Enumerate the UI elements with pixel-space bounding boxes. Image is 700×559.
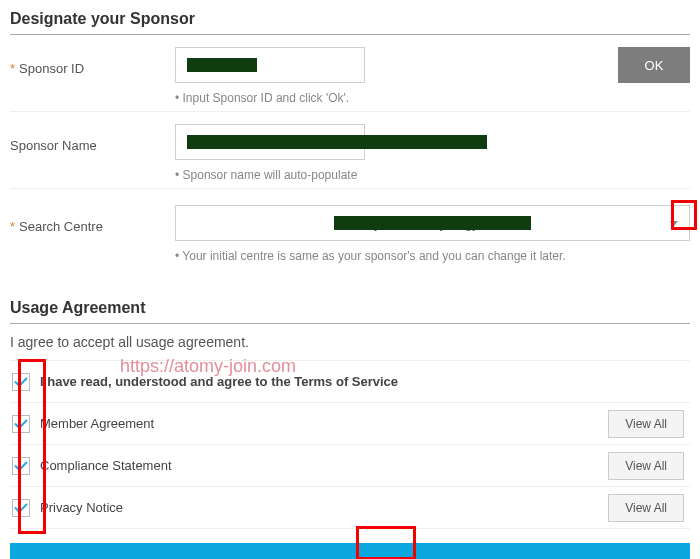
label-sponsor-name: Sponsor Name <box>10 124 175 153</box>
hint-search-centre: • Your initial centre is same as your sp… <box>175 249 690 263</box>
agreement-item-terms: I have read, understood and agree to the… <box>10 361 690 403</box>
check-icon <box>14 415 27 428</box>
agreement-item-compliance: Compliance Statement View All <box>10 445 690 487</box>
agreement-label: Compliance Statement <box>40 458 598 473</box>
view-all-button[interactable]: View All <box>608 452 684 480</box>
view-all-button[interactable]: View All <box>608 494 684 522</box>
agreement-item-member: Member Agreement View All <box>10 403 690 445</box>
usage-agreement-intro: I agree to accept all usage agreement. <box>10 334 690 350</box>
agreement-label: Privacy Notice <box>40 500 598 515</box>
ok-button[interactable]: OK <box>618 47 690 83</box>
join-us-button[interactable]: Join Us <box>10 543 690 559</box>
section-designate-sponsor-title: Designate your Sponsor <box>10 10 690 35</box>
redaction-block <box>187 135 487 149</box>
section-usage-agreement-title: Usage Agreement <box>10 299 690 324</box>
agreement-list: I have read, understood and agree to the… <box>10 360 690 529</box>
label-search-centre: *Search Centre <box>10 205 175 234</box>
required-marker: * <box>10 61 15 76</box>
agreement-label: Member Agreement <box>40 416 598 431</box>
checkbox-member[interactable] <box>12 415 30 433</box>
join-us-label: Join Us <box>325 556 375 560</box>
label-sponsor-id: *Sponsor ID <box>10 47 175 76</box>
redaction-block <box>187 58 257 72</box>
checkbox-compliance[interactable] <box>12 457 30 475</box>
view-all-button[interactable]: View All <box>608 410 684 438</box>
row-sponsor-id: *Sponsor ID OK • Input Sponsor ID and cl… <box>10 35 690 112</box>
search-centre-select[interactable]: Atomy London Synergy Centre <box>175 205 690 241</box>
required-marker: * <box>10 219 15 234</box>
agreement-item-privacy: Privacy Notice View All <box>10 487 690 529</box>
redaction-block <box>334 216 532 230</box>
hint-sponsor-name: • Sponsor name will auto-populate <box>175 168 690 182</box>
checkbox-terms[interactable] <box>12 373 30 391</box>
row-search-centre: *Search Centre Atomy London Synergy Cent… <box>10 193 690 269</box>
hint-sponsor-id: • Input Sponsor ID and click 'Ok'. <box>175 91 690 105</box>
checkbox-privacy[interactable] <box>12 499 30 517</box>
check-icon <box>14 457 27 470</box>
row-sponsor-name: Sponsor Name • Sponsor name will auto-po… <box>10 112 690 189</box>
check-icon <box>14 373 27 386</box>
chevron-down-icon <box>659 206 689 240</box>
check-icon <box>14 499 27 512</box>
agreement-label: I have read, understood and agree to the… <box>40 374 684 389</box>
